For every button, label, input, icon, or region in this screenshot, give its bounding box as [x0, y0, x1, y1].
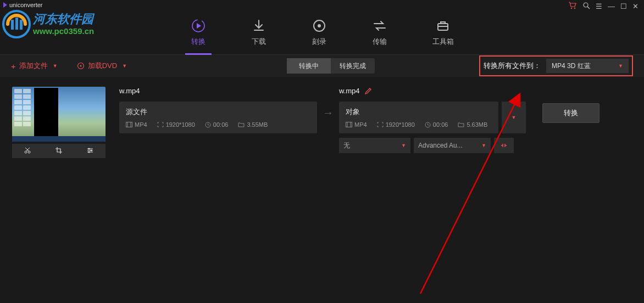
source-filename: w.mp4	[119, 87, 140, 95]
svg-point-12	[318, 24, 321, 27]
convert-all-highlight: 转换所有文件到： MP4 3D 红蓝 ▼	[479, 55, 633, 76]
svg-point-16	[80, 65, 81, 67]
chevron-down-icon: ▼	[53, 63, 58, 69]
nav-label: 传输	[373, 37, 387, 47]
target-card: 对象 MP4 1920*1080 00:06	[339, 102, 498, 133]
chevron-down-icon: ▼	[481, 143, 486, 148]
nav-label: 刻录	[312, 37, 326, 47]
dvd-icon	[77, 62, 85, 70]
folder-icon	[458, 122, 464, 127]
src-filesize: 3.55MB	[238, 121, 268, 128]
add-file-label: 添加文件	[19, 61, 48, 71]
cut-icon[interactable]	[24, 147, 31, 156]
chevron-down-icon: ▼	[122, 63, 127, 69]
nav-label: 下载	[252, 37, 266, 47]
target-column: w.mp4 对象 MP4 1920*1080	[339, 87, 526, 153]
video-thumbnail[interactable]	[12, 87, 106, 142]
nav-toolbox[interactable]: 工具箱	[432, 18, 454, 47]
clock-icon	[205, 122, 211, 128]
source-title: 源文件	[126, 107, 310, 117]
svg-point-17	[25, 151, 27, 153]
logo-triangle-icon	[3, 2, 7, 8]
convert-button[interactable]: 转换	[542, 103, 599, 123]
svg-point-1	[574, 8, 575, 9]
main-nav: 转换 下载 刻录 传输 工具箱	[0, 10, 644, 55]
thumbnail-wrap	[12, 87, 106, 142]
toolbox-icon	[435, 18, 451, 33]
convert-icon	[191, 18, 206, 33]
svg-point-23	[90, 149, 92, 151]
titlebar: uniconverter	[0, 0, 644, 10]
nav-download[interactable]: 下载	[251, 18, 267, 47]
svg-point-0	[571, 8, 572, 9]
nav-transfer[interactable]: 传输	[372, 18, 387, 47]
svg-line-3	[587, 7, 590, 9]
chevron-down-icon: ▼	[401, 143, 406, 148]
svg-rect-25	[126, 122, 132, 127]
clock-icon	[425, 122, 431, 128]
download-icon	[251, 18, 267, 33]
tgt-filesize: 5.63MB	[458, 121, 487, 128]
menu-icon[interactable]: ☰	[596, 2, 602, 10]
src-format: MP4	[126, 121, 147, 128]
expand-icon	[377, 122, 384, 127]
add-file-button[interactable]: + 添加文件 ▼	[11, 61, 58, 71]
app-name: uniconverter	[9, 2, 43, 8]
audio-codec-select[interactable]: Advanced Au... ▼	[414, 138, 491, 153]
expand-icon	[157, 122, 164, 127]
load-dvd-button[interactable]: 加载DVD ▼	[77, 61, 127, 71]
audio-track-select[interactable]: 无 ▼	[339, 138, 410, 153]
plus-icon: +	[11, 61, 16, 71]
seg-done[interactable]: 转换完成	[331, 58, 375, 74]
toolbar: + 添加文件 ▼ 加载DVD ▼ 转换中 转换完成 转换所有文件到： MP4 3…	[0, 55, 644, 77]
close-button[interactable]: ✕	[632, 2, 639, 10]
crop-icon[interactable]	[55, 147, 63, 156]
film-icon	[346, 122, 352, 127]
effects-icon[interactable]	[86, 147, 94, 156]
tgt-format: MP4	[346, 121, 367, 128]
chevron-down-icon: ▼	[618, 63, 623, 69]
target-format-select[interactable]: ▼	[502, 102, 526, 133]
transfer-icon	[372, 18, 387, 33]
arrow-icon: →	[317, 106, 339, 119]
file-list: w.mp4 源文件 MP4 1920*1080 00:06	[0, 77, 644, 163]
chevron-down-icon: ▼	[512, 115, 517, 120]
minimize-button[interactable]: —	[608, 2, 615, 10]
audio-settings-button[interactable]	[494, 138, 514, 153]
nav-label: 转换	[191, 37, 206, 47]
folder-icon	[238, 122, 245, 127]
tgt-resolution: 1920*1080	[377, 121, 415, 128]
target-filename: w.mp4	[339, 87, 360, 95]
svg-point-22	[88, 148, 90, 149]
thumbnail-actions	[12, 144, 106, 158]
seg-converting[interactable]: 转换中	[287, 58, 331, 74]
source-column: w.mp4 源文件 MP4 1920*1080 00:06	[114, 87, 317, 133]
target-title: 对象	[346, 107, 492, 117]
svg-rect-29	[346, 122, 352, 127]
maximize-button[interactable]: ☐	[620, 2, 627, 10]
format-value: MP4 3D 红蓝	[552, 61, 591, 71]
svg-point-18	[28, 151, 30, 153]
file-row: w.mp4 源文件 MP4 1920*1080 00:06	[12, 87, 632, 153]
status-segment: 转换中 转换完成	[287, 58, 375, 74]
src-resolution: 1920*1080	[157, 121, 195, 128]
nav-convert[interactable]: 转换	[191, 18, 206, 47]
source-card: 源文件 MP4 1920*1080 00:06	[119, 102, 317, 133]
nav-burn[interactable]: 刻录	[312, 18, 327, 47]
nav-label: 工具箱	[432, 37, 454, 47]
burn-icon	[312, 18, 327, 33]
svg-point-24	[88, 151, 90, 153]
edit-icon[interactable]	[364, 87, 372, 95]
svg-point-2	[584, 3, 588, 7]
output-format-select[interactable]: MP4 3D 红蓝 ▼	[546, 59, 629, 73]
load-dvd-label: 加载DVD	[88, 61, 117, 71]
src-duration: 00:06	[205, 121, 229, 128]
tgt-duration: 00:06	[425, 121, 448, 128]
convert-all-label: 转换所有文件到：	[484, 61, 541, 71]
film-icon	[126, 122, 132, 127]
